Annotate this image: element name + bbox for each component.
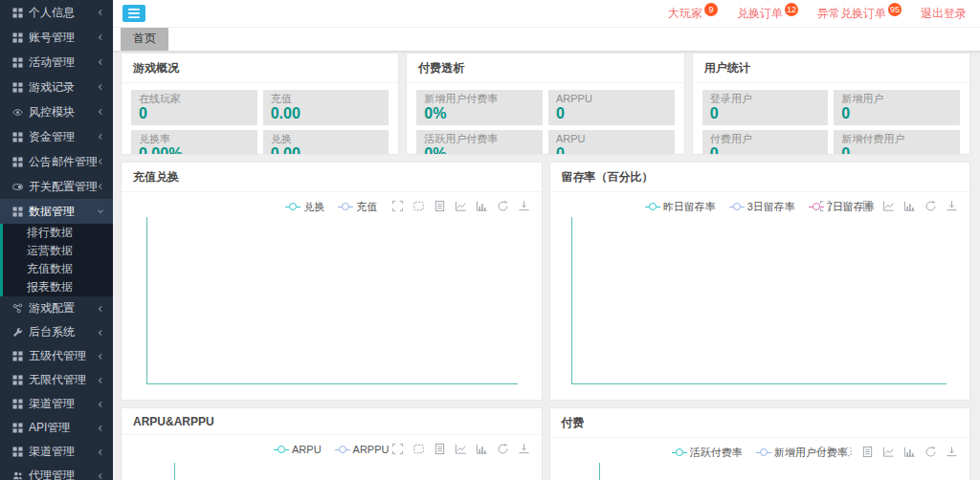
legend-marker-icon (756, 448, 771, 456)
topbar-link[interactable]: 退出登录 (921, 6, 967, 22)
bar-chart-icon[interactable] (476, 443, 488, 455)
sidebar-item-label: API管理 (29, 420, 97, 436)
chevron-left-icon (97, 183, 104, 190)
topbar-link[interactable]: 兑换订单12 (737, 6, 798, 22)
sidebar-item[interactable]: 无限代管理 (0, 368, 113, 392)
zoom-select-icon[interactable] (391, 443, 404, 455)
stat-label: 登录用户 (710, 93, 821, 105)
sidebar-subitem[interactable]: 运营数据 (3, 242, 113, 260)
sidebar-item[interactable]: 公告邮件管理 (0, 149, 113, 174)
grid-icon (12, 82, 23, 93)
chevron-left-icon (97, 9, 104, 16)
restore-icon[interactable] (924, 446, 937, 458)
zoom-select-icon[interactable] (391, 200, 404, 212)
sidebar-item[interactable]: 风控模块 (0, 99, 113, 124)
sidebar-item[interactable]: 账号管理 (0, 25, 113, 50)
stat-value: 0% (424, 105, 535, 121)
legend-item[interactable]: ARPU (274, 444, 322, 455)
sidebar-item-label: 资金管理 (29, 129, 97, 145)
grid-icon (12, 447, 23, 457)
stat-label: 付费用户 (710, 133, 821, 145)
download-icon[interactable] (946, 200, 958, 212)
zoom-reset-icon[interactable] (412, 443, 425, 455)
chevron-left-icon (97, 158, 104, 165)
legend-item[interactable]: 昨日留存率 (645, 200, 716, 214)
restore-icon[interactable] (497, 443, 509, 455)
zoom-reset-icon[interactable] (840, 200, 853, 212)
sidebar-item[interactable]: 渠道管理 (0, 392, 113, 416)
legend-item[interactable]: ARPPU (335, 444, 390, 455)
stats-grid: 登录用户0新增用户0付费用户0新增付费用户0 (693, 83, 969, 155)
data-view-icon[interactable] (861, 200, 874, 212)
chevron-left-icon (97, 58, 104, 66)
zoom-select-icon[interactable] (819, 446, 832, 458)
sidebar-item-label: 公告邮件管理 (29, 154, 97, 170)
line-chart-icon[interactable] (455, 200, 467, 212)
sidebar-item-label: 账号管理 (29, 30, 97, 46)
sidebar-item[interactable]: 开关配置管理 (0, 174, 113, 199)
legend-item[interactable]: 兑换 (285, 200, 324, 214)
menu-toggle-button[interactable] (122, 5, 145, 22)
zoom-select-icon[interactable] (819, 200, 832, 212)
sidebar-item[interactable]: 个人信息 (0, 0, 113, 25)
tab-home[interactable]: 首页 (121, 28, 168, 51)
topbar-link-label: 兑换订单 (737, 6, 783, 22)
sidebar-item[interactable]: 渠道管理 (0, 440, 113, 464)
topbar-link-label: 退出登录 (921, 6, 967, 22)
sidebar-item[interactable]: API管理 (0, 416, 113, 440)
sidebar-subitem[interactable]: 充值数据 (3, 260, 113, 278)
sidebar-item[interactable]: 游戏记录 (0, 75, 113, 99)
legend-item[interactable]: 充值 (338, 200, 377, 214)
zoom-reset-icon[interactable] (412, 200, 425, 212)
download-icon[interactable] (518, 443, 530, 455)
bar-chart-icon[interactable] (476, 200, 488, 212)
line-chart-icon[interactable] (882, 200, 895, 212)
stat-value: 0 (841, 145, 952, 155)
sidebar-item[interactable]: 代理管理 (0, 464, 113, 480)
sidebar: 个人信息账号管理活动管理游戏记录风控模块资金管理公告邮件管理开关配置管理数据管理… (0, 0, 113, 480)
line-chart-icon[interactable] (882, 446, 895, 458)
chevron-left-icon (97, 472, 104, 480)
data-view-icon[interactable] (434, 200, 446, 212)
restore-icon[interactable] (497, 200, 509, 212)
download-icon[interactable] (946, 446, 958, 458)
nodes-icon (12, 303, 23, 314)
stat-box: 兑换率0.00% (131, 130, 257, 155)
sidebar-item[interactable]: 五级代管理 (0, 344, 113, 368)
panel-title: 游戏概况 (122, 54, 398, 83)
sidebar-item[interactable]: 游戏配置 (0, 296, 113, 320)
stat-box: 充值0.00 (263, 90, 390, 125)
download-icon[interactable] (518, 200, 530, 212)
line-chart-icon[interactable] (455, 443, 467, 455)
data-view-icon[interactable] (434, 443, 446, 455)
sidebar-subitem[interactable]: 排行数据 (3, 224, 113, 242)
eye-icon (12, 107, 23, 118)
stat-box: 兑换0.00 (263, 130, 390, 155)
chevron-left-icon (97, 425, 104, 432)
legend-label: 兑换 (303, 200, 324, 214)
zoom-reset-icon[interactable] (840, 446, 853, 458)
toggle-icon (12, 182, 23, 192)
bar-chart-icon[interactable] (903, 200, 916, 212)
grid-icon (12, 399, 23, 409)
data-view-icon[interactable] (861, 446, 874, 458)
chevron-left-icon (97, 329, 104, 337)
topbar-link[interactable]: 大玩家9 (668, 6, 718, 22)
panel-title: 付费透析 (407, 54, 683, 83)
sidebar-item[interactable]: 数据管理 (0, 199, 113, 224)
legend-item[interactable]: 3日留存率 (729, 200, 795, 214)
stat-value: 0% (424, 145, 535, 155)
sidebar-item[interactable]: 资金管理 (0, 124, 113, 149)
stat-value: 0 (710, 105, 821, 121)
sidebar-subitem[interactable]: 报表数据 (3, 278, 113, 296)
sidebar-item[interactable]: 后台系统 (0, 320, 113, 344)
stat-value: 0.00 (271, 145, 382, 155)
legend-item[interactable]: 活跃付费率 (672, 446, 743, 460)
restore-icon[interactable] (924, 200, 937, 212)
topbar-link[interactable]: 异常兑换订单95 (817, 6, 902, 22)
bar-chart-icon[interactable] (903, 446, 916, 458)
sidebar-item[interactable]: 活动管理 (0, 50, 113, 75)
charts-row-top: 充值兑换兑换充值留存率（百分比）昨日留存率3日留存率7日留存率 (121, 162, 970, 401)
stat-box: 新增用户0 (834, 90, 960, 125)
sidebar-item-label: 无限代管理 (29, 372, 97, 388)
